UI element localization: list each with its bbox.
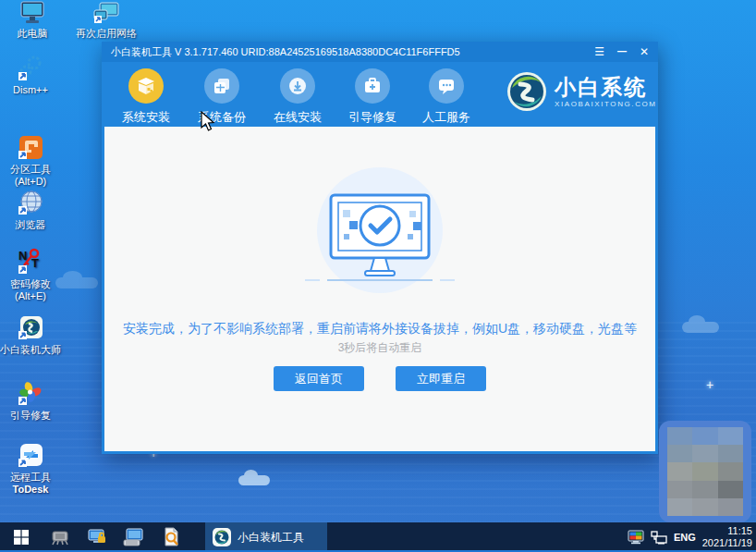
cloud — [55, 277, 98, 288]
brand-name: 小白系统 — [555, 76, 657, 98]
todesk-icon — [17, 443, 44, 469]
status-message: 安装完成，为了不影响系统部署，重启前请将外接设备拔掉，例如U盘，移动硬盘，光盘等 — [104, 321, 655, 337]
desktop-icon-label2: ToDesk — [0, 484, 61, 496]
desktop-icon-label2: (Alt+E) — [0, 290, 61, 302]
language-indicator[interactable]: ENG — [674, 532, 696, 543]
search-document-icon — [162, 527, 180, 547]
mouse-cursor — [200, 111, 216, 133]
sparkle: + — [706, 377, 713, 392]
desktop-icon-network[interactable]: 再次启用网络 — [76, 1, 137, 40]
desktop-icon-this-pc[interactable]: 此电脑 — [2, 1, 63, 40]
boot-repair-icon — [17, 381, 44, 407]
chip-icon — [50, 529, 70, 546]
system-tray: ENG 11:15 2021/11/19 — [628, 522, 752, 552]
network-tray-icon[interactable] — [651, 531, 667, 545]
desktop-icon-label: 引导修复 — [0, 410, 61, 422]
desktop-icon-partition-tool[interactable]: 分区工具 (Alt+D) — [0, 135, 61, 188]
close-icon[interactable]: ✕ — [640, 45, 649, 58]
xiaobai-tool-taskbar-icon — [213, 528, 231, 546]
this-pc-icon — [18, 1, 46, 25]
start-button[interactable] — [0, 522, 42, 552]
window-title: 小白装机工具 V 3.1.717.460 URID:88A24525169518… — [111, 45, 594, 59]
desktop-icon-label: 密码修改 — [0, 278, 61, 290]
install-complete-illustration — [301, 167, 458, 306]
pc-lock-icon — [87, 528, 107, 546]
desktop: + + 此电脑 再次启用网络 Dism++ — [0, 0, 756, 552]
taskbar-active-app[interactable]: 小白装机工具 — [205, 522, 327, 552]
desktop-icon-todesk[interactable]: 远程工具 ToDesk — [0, 443, 61, 496]
backup-windows-icon — [212, 76, 232, 96]
restart-button[interactable]: 立即重启 — [396, 366, 486, 391]
network-icon — [92, 1, 120, 25]
desktop-icon-label: 此电脑 — [2, 28, 63, 40]
brand-logo: 小白系统 XIAOBAIXITONG.COM — [506, 71, 657, 112]
password-edit-icon: N T — [16, 248, 45, 276]
home-button[interactable]: 返回首页 — [274, 366, 364, 391]
chat-icon — [436, 76, 457, 96]
toolbox-icon — [362, 76, 383, 96]
desktop-icon-label: Dism++ — [0, 84, 61, 96]
tab-system-install[interactable]: 系统安装 — [111, 68, 181, 126]
minimize-icon[interactable]: — — [617, 45, 627, 58]
partition-tool-icon — [17, 135, 44, 161]
dism-icon — [17, 55, 44, 81]
svg-text:N: N — [18, 249, 27, 263]
tab-online-install[interactable]: 在线安装 — [262, 68, 333, 126]
desktop-icon-label: 小白装机大师 — [0, 344, 66, 356]
tab-system-backup[interactable]: 系统备份 — [187, 68, 257, 126]
countdown-text: 3秒后将自动重启 — [104, 340, 655, 356]
install-box-icon — [136, 76, 156, 96]
desktop-icon-password-edit[interactable]: N T 密码修改 (Alt+E) — [0, 248, 61, 302]
xiaobai-master-icon — [17, 315, 44, 341]
pc-keyboard-icon — [123, 528, 145, 546]
xiaobai-logo-icon — [506, 71, 547, 112]
cloud — [238, 475, 270, 485]
clock-time: 11:15 — [702, 525, 752, 537]
tab-label: 系统备份 — [187, 109, 257, 126]
taskbar-active-app-label: 小白装机工具 — [238, 530, 304, 546]
taskbar: 小白装机工具 ENG 11:15 2021/11/19 — [0, 522, 756, 552]
desktop-icon-label: 浏览器 — [0, 219, 61, 231]
cloud — [682, 322, 719, 333]
desktop-icon-label: 远程工具 — [0, 472, 61, 484]
taskbar-app-pc-lock[interactable] — [79, 522, 116, 552]
tab-label: 人工服务 — [411, 109, 482, 126]
tab-label: 在线安装 — [262, 109, 333, 126]
display-color-tray-icon[interactable] — [628, 530, 644, 545]
download-icon — [287, 76, 308, 96]
main-panel: 安装完成，为了不影响系统部署，重启前请将外接设备拔掉，例如U盘，移动硬盘，光盘等… — [104, 127, 655, 451]
tab-label: 引导修复 — [337, 109, 408, 126]
desktop-icon-dism[interactable]: Dism++ — [0, 55, 61, 96]
desktop-icon-label: 再次启用网络 — [76, 28, 137, 40]
windows-logo-icon — [14, 530, 29, 545]
window-titlebar[interactable]: 小白装机工具 V 3.1.717.460 URID:88A24525169518… — [102, 42, 658, 62]
taskbar-app-search-file[interactable] — [152, 522, 189, 552]
taskbar-app-cpu[interactable] — [42, 522, 79, 552]
menu-icon[interactable]: ☰ — [594, 45, 604, 58]
xiaobai-tool-window: 小白装机工具 V 3.1.717.460 URID:88A24525169518… — [102, 42, 658, 454]
desktop-icon-label: 分区工具 — [0, 164, 61, 176]
nav-bar: 系统安装 系统备份 — [102, 62, 658, 127]
clock[interactable]: 11:15 2021/11/19 — [702, 525, 752, 549]
browser-icon — [17, 190, 44, 216]
desktop-icon-boot-repair[interactable]: 引导修复 — [0, 381, 61, 422]
desktop-icon-browser[interactable]: 浏览器 — [0, 190, 61, 231]
desktop-icon-xiaobai-master[interactable]: 小白装机大师 — [0, 315, 61, 356]
taskbar-app-pc-keyboard[interactable] — [116, 522, 152, 552]
tab-label: 系统安装 — [111, 109, 181, 126]
pixelated-region — [659, 421, 751, 522]
clock-date: 2021/11/19 — [702, 537, 752, 549]
brand-domain: XIAOBAIXITONG.COM — [555, 100, 657, 108]
svg-text:T: T — [31, 256, 39, 270]
tab-customer-service[interactable]: 人工服务 — [411, 68, 482, 126]
tab-boot-repair[interactable]: 引导修复 — [337, 68, 408, 126]
desktop-icon-label2: (Alt+D) — [0, 176, 61, 188]
